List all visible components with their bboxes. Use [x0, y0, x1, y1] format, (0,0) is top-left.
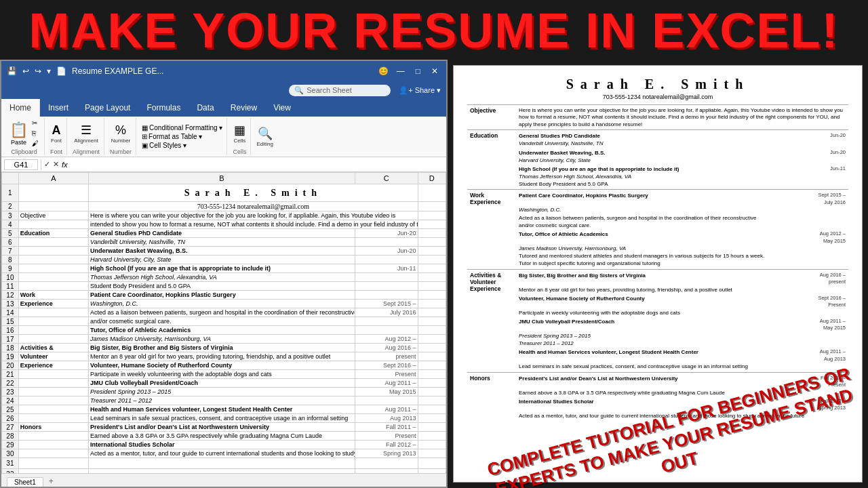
- cell[interactable]: [418, 458, 446, 469]
- cell-date[interactable]: July 2016: [355, 308, 418, 317]
- cell[interactable]: [418, 273, 446, 282]
- cell-date[interactable]: May 2015: [355, 388, 418, 396]
- tab-page-layout[interactable]: Page Layout: [77, 99, 138, 117]
- cell[interactable]: [418, 449, 446, 458]
- cell[interactable]: [18, 326, 88, 335]
- cell[interactable]: [18, 441, 88, 449]
- cell[interactable]: [18, 220, 88, 229]
- cell[interactable]: Big Sister, Big Brother and Big Sisters …: [89, 344, 355, 352]
- cell[interactable]: [418, 264, 446, 273]
- cell[interactable]: JMU Club Volleyball President/Coach: [89, 379, 355, 388]
- cell[interactable]: [418, 414, 446, 423]
- cell[interactable]: [18, 264, 88, 273]
- cell[interactable]: [418, 308, 446, 317]
- cell-date[interactable]: Jun-20: [355, 247, 418, 256]
- cell[interactable]: and/or cosmetic surgical care.: [89, 317, 355, 326]
- add-sheet-btn[interactable]: +: [43, 476, 59, 487]
- cell-objective[interactable]: Here is where you can write your objecti…: [89, 211, 418, 220]
- cell-section[interactable]: Activities &: [18, 344, 88, 352]
- cell-section[interactable]: Honors: [18, 423, 88, 432]
- cell-date[interactable]: Fall 2012 –: [355, 441, 418, 449]
- tab-formulas[interactable]: Formulas: [138, 99, 189, 117]
- cell-date[interactable]: Aug 2013: [355, 414, 418, 423]
- paste-btn[interactable]: 📋 Paste: [8, 120, 29, 147]
- cell[interactable]: [418, 352, 446, 361]
- cells-btn[interactable]: ▦ Cells: [234, 123, 246, 144]
- cell[interactable]: [18, 256, 88, 264]
- cell-date[interactable]: Present: [355, 432, 418, 441]
- cell-name[interactable]: Sarah E. Smith: [89, 184, 418, 202]
- tab-home[interactable]: Home: [1, 99, 40, 117]
- cell[interactable]: James Madison University, Harrisonburg, …: [89, 335, 355, 344]
- copy-btn[interactable]: ⎘: [31, 129, 40, 138]
- cell[interactable]: [418, 282, 446, 291]
- tab-data[interactable]: Data: [189, 99, 222, 117]
- cell[interactable]: Washington, D.C.: [89, 300, 355, 308]
- cell[interactable]: Acted as a mentor, tutor, and tour guide…: [89, 449, 355, 458]
- cell[interactable]: [418, 247, 446, 256]
- cell[interactable]: Objective: [18, 211, 88, 220]
- cell[interactable]: [18, 370, 88, 379]
- minimize-btn[interactable]: —: [394, 66, 408, 76]
- cell[interactable]: [418, 396, 446, 405]
- format-painter-btn[interactable]: 🖌: [31, 139, 40, 148]
- cell[interactable]: [355, 317, 418, 326]
- cell[interactable]: [18, 396, 88, 405]
- undo-icon[interactable]: ↩: [22, 66, 29, 76]
- cell[interactable]: [418, 441, 446, 449]
- cell-date[interactable]: present: [355, 352, 418, 361]
- cell-date[interactable]: Present: [355, 370, 418, 379]
- cell[interactable]: [355, 326, 418, 335]
- cell[interactable]: Thomas Jefferson High School, Alexandria…: [89, 273, 355, 282]
- cell[interactable]: [18, 202, 88, 211]
- cell-date[interactable]: Jun-11: [355, 264, 418, 273]
- cell[interactable]: [355, 238, 418, 247]
- cell-date[interactable]: Jun-20: [355, 229, 418, 238]
- cell[interactable]: [18, 335, 88, 344]
- search-box[interactable]: 🔍 Search Sheet: [289, 85, 391, 96]
- tab-insert[interactable]: Insert: [40, 99, 77, 117]
- cell-date[interactable]: Aug 2012 –: [355, 335, 418, 344]
- tab-review[interactable]: Review: [222, 99, 265, 117]
- cell-date[interactable]: Spring 2013: [355, 449, 418, 458]
- cell[interactable]: Treasurer 2011 – 2012: [89, 396, 355, 405]
- cell-date[interactable]: Sept 2016 –: [355, 361, 418, 370]
- cell-date[interactable]: Aug 2011 –: [355, 379, 418, 388]
- cell[interactable]: [18, 308, 88, 317]
- cell-section[interactable]: Education: [18, 229, 88, 238]
- cell[interactable]: [418, 229, 446, 238]
- cell[interactable]: [18, 273, 88, 282]
- share-btn[interactable]: 👤+ Share ▾: [399, 86, 441, 95]
- cell[interactable]: High School (If you are an age that is a…: [89, 264, 355, 273]
- cell[interactable]: [418, 211, 446, 220]
- cell[interactable]: [418, 344, 446, 352]
- cell[interactable]: [18, 432, 88, 441]
- cell[interactable]: [355, 256, 418, 264]
- cell[interactable]: [18, 458, 88, 469]
- cell-section[interactable]: Volunteer: [18, 352, 88, 361]
- cell[interactable]: [18, 379, 88, 388]
- cell[interactable]: Lead seminars in safe sexual practices, …: [89, 414, 355, 423]
- col-header-c[interactable]: C: [355, 173, 418, 184]
- cell-date[interactable]: Aug 2011 –: [355, 405, 418, 414]
- redo-icon[interactable]: ↪: [35, 66, 41, 76]
- cell[interactable]: Patient Care Coordinator, Hopkins Plasti…: [89, 291, 355, 300]
- cell[interactable]: General Studies PhD Candidate: [89, 229, 355, 238]
- cell[interactable]: President's List and/or Dean's List at N…: [89, 423, 355, 432]
- close-btn[interactable]: ✕: [429, 66, 441, 76]
- cell[interactable]: [355, 291, 418, 300]
- cell[interactable]: [418, 184, 446, 202]
- cell[interactable]: [18, 317, 88, 326]
- cell-date[interactable]: Aug 2016 –: [355, 344, 418, 352]
- cell[interactable]: [418, 238, 446, 247]
- cell[interactable]: [418, 202, 446, 211]
- cell[interactable]: Tutor, Office of Athletic Academics: [89, 326, 355, 335]
- cell[interactable]: [18, 238, 88, 247]
- maximize-btn[interactable]: □: [413, 66, 423, 76]
- cell[interactable]: Vanderbilt University, Nashville, TN: [89, 238, 355, 247]
- cell-section[interactable]: Experience: [18, 300, 88, 308]
- cell[interactable]: [18, 414, 88, 423]
- cell[interactable]: [418, 256, 446, 264]
- cell[interactable]: [418, 326, 446, 335]
- cell[interactable]: [18, 388, 88, 396]
